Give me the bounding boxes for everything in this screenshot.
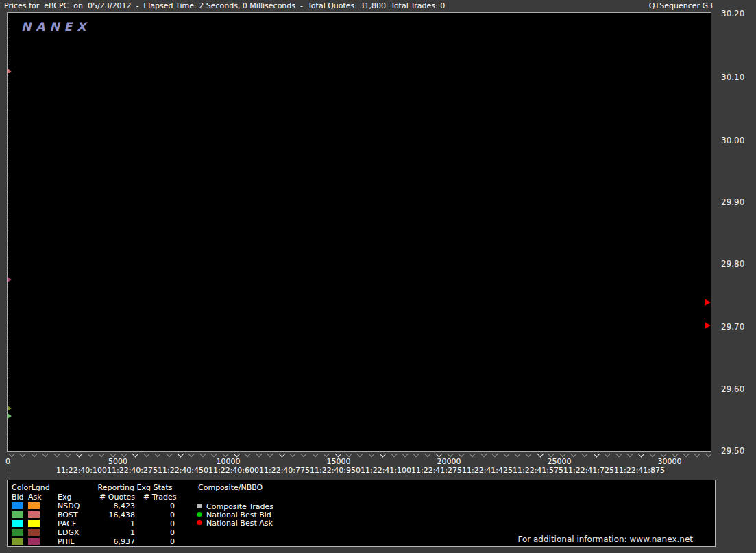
qtsequencer-window: Prices for eBCPC on 05/23/2012 - Elapsed…	[0, 0, 756, 553]
bid-color-swatch	[12, 520, 23, 527]
axis-tick-chevron	[346, 452, 352, 457]
y-axis: 30.2030.1030.0029.9029.8029.7029.6029.50	[721, 0, 755, 480]
nbbo-legend-dot	[197, 512, 202, 517]
trade-count: 0	[143, 537, 175, 546]
y-axis-label: 29.80	[721, 259, 744, 269]
bid-color-swatch	[12, 529, 23, 536]
plot-area[interactable]: NANEX	[7, 12, 711, 452]
axis-tick-chevron	[369, 452, 374, 457]
axis-tick-chevron	[672, 452, 677, 457]
axis-tick-chevron	[132, 451, 139, 458]
trade-count: 0	[143, 502, 175, 511]
col-header-trades: # Trades	[143, 493, 175, 502]
series-start-marker	[8, 413, 12, 419]
y-axis-label: 30.10	[721, 73, 744, 82]
axis-tick-chevron	[211, 452, 217, 457]
col-header-exg: Exg	[58, 493, 71, 502]
axis-tick-chevron	[537, 451, 544, 458]
axis-tick-chevron	[492, 452, 498, 457]
x-axis-tick-number: 25000	[532, 457, 587, 466]
exchange-name: PHIL	[58, 537, 74, 546]
axis-tick-chevron	[178, 451, 184, 458]
x-axis-tick-number: 0	[5, 457, 26, 466]
quote-count: 16,438	[83, 511, 135, 519]
axis-tick-chevron	[301, 452, 306, 457]
axis-tick-chevron	[582, 452, 587, 457]
axis-tick-chevron	[256, 452, 262, 457]
axis-tick-chevron	[110, 452, 115, 457]
axis-tick-chevron	[380, 451, 387, 458]
best-ask-arrowhead	[705, 322, 711, 329]
ask-color-swatch	[28, 529, 40, 536]
bid-color-swatch	[12, 511, 23, 518]
axis-tick-chevron	[661, 452, 666, 457]
axis-tick-chevron	[413, 452, 419, 457]
axis-tick-chevron	[234, 451, 241, 458]
axis-tick-chevron	[144, 452, 149, 457]
axis-tick-chevron	[324, 452, 329, 457]
legend-panel: ColorLgnd Reporting Exg Stats Composite/…	[7, 480, 716, 547]
y-axis-label: 29.70	[721, 322, 744, 332]
axis-tick-chevron	[436, 451, 443, 458]
quote-count: 8,423	[83, 502, 135, 511]
nanex-logo: NANEX	[21, 20, 90, 34]
axis-tick-chevron	[32, 452, 37, 457]
axis-tick-chevron	[515, 452, 520, 457]
vertical-gridline	[8, 13, 8, 451]
ask-color-swatch	[28, 520, 40, 527]
ask-color-swatch	[28, 502, 40, 509]
y-axis-label: 29.50	[721, 446, 744, 456]
y-axis-label: 30.00	[721, 136, 744, 145]
axis-tick-chevron	[650, 452, 655, 457]
x-axis-tick-number: 20000	[422, 457, 476, 466]
axis-tick-chevron	[559, 452, 565, 457]
axis-tick-chevron	[526, 452, 531, 457]
nbbo-legend-dot	[197, 504, 202, 508]
legend-title: ColorLgnd	[12, 483, 50, 492]
y-axis-label: 29.90	[721, 197, 744, 207]
axis-tick-chevron	[638, 451, 645, 458]
trade-count: 0	[143, 511, 175, 519]
series-start-marker	[8, 406, 12, 411]
window-title: Prices for eBCPC on 05/23/2012 - Elapsed…	[4, 1, 445, 10]
axis-tick-chevron	[548, 452, 554, 457]
axis-tick-chevron	[470, 452, 475, 457]
axis-tick-chevron	[313, 452, 318, 457]
col-header-bid: Bid	[12, 493, 24, 502]
axis-tick-chevron	[42, 452, 48, 457]
axis-tick-chevron	[121, 452, 127, 457]
nbbo-legend-label: National Best Ask	[206, 519, 273, 528]
axis-tick-chevron	[402, 452, 408, 457]
col-header-quotes: # Quotes	[83, 493, 135, 502]
axis-tick-chevron	[88, 452, 93, 457]
axis-tick-chevron	[694, 452, 700, 457]
axis-tick-chevron	[481, 452, 487, 457]
axis-tick-chevron	[683, 452, 689, 457]
x-axis: 05000100001500020000250003000011:22:40:1…	[0, 450, 716, 478]
y-axis-label: 30.20	[721, 9, 744, 19]
axis-tick-chevron	[278, 451, 285, 458]
axis-tick-chevron	[459, 452, 464, 457]
exchange-name: PACF	[58, 519, 76, 528]
axis-tick-chevron	[188, 452, 194, 457]
x-axis-tick-number: 10000	[201, 457, 256, 466]
axis-tick-chevron	[20, 452, 25, 457]
quote-count: 1	[83, 519, 135, 528]
col-header-ask: Ask	[28, 493, 42, 502]
stats-header: Reporting Exg Stats	[87, 483, 183, 492]
axis-tick-chevron	[425, 452, 430, 457]
axis-tick-chevron	[65, 452, 71, 457]
exchange-name: NSDQ	[58, 502, 80, 511]
exchange-name: EDGX	[58, 528, 79, 537]
title-bar: Prices for eBCPC on 05/23/2012 - Elapsed…	[0, 0, 756, 12]
axis-tick-chevron	[99, 452, 104, 457]
series-start-marker	[8, 277, 12, 282]
axis-tick-chevron	[627, 452, 633, 457]
axis-tick-chevron	[706, 452, 711, 457]
axis-tick-chevron	[571, 452, 576, 457]
axis-tick-chevron	[166, 452, 171, 457]
y-axis-label: 29.60	[721, 384, 744, 394]
axis-tick-chevron	[222, 452, 228, 457]
trade-count: 0	[143, 519, 175, 528]
ask-color-swatch	[28, 511, 40, 518]
